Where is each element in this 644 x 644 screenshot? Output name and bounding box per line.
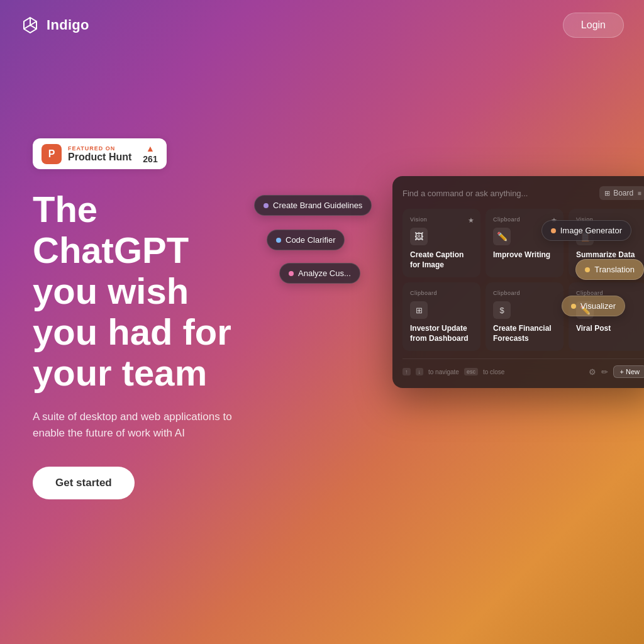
header: Indigo Login: [0, 0, 644, 50]
chip-analyze-customer[interactable]: Analyze Cus...: [279, 263, 360, 284]
card-icon-grid: ⊞: [410, 301, 428, 319]
ph-featured-label: FEATURED ON: [68, 145, 131, 152]
logo: Indigo: [20, 15, 89, 35]
card-create-caption[interactable]: Vision 🖼 Create Caption for Image ★: [402, 209, 480, 277]
chip-dot: [551, 228, 556, 233]
board-menu-icon: ≡: [638, 190, 641, 197]
settings-icon[interactable]: ⚙: [589, 367, 596, 377]
login-button[interactable]: Login: [563, 13, 624, 38]
ph-count: 261: [143, 154, 157, 164]
card-viral-post[interactable]: Clipboard ✏️ Viral Post: [569, 282, 644, 351]
chip-visualizer[interactable]: Visualizer: [562, 296, 625, 316]
card-financial-forecasts[interactable]: Clipboard $ Create Financial Forecasts: [486, 282, 564, 351]
up-key: ↑: [402, 368, 411, 375]
palette-board[interactable]: ⊞ Board ≡: [599, 186, 644, 200]
get-started-button[interactable]: Get started: [33, 467, 135, 499]
chip-dot: [585, 267, 590, 272]
esc-key: esc: [464, 368, 478, 375]
ph-text: FEATURED ON Product Hunt: [68, 145, 131, 163]
palette-header: Find a command or ask anything... ⊞ Boar…: [402, 186, 644, 200]
ph-arrow-icon: ▲: [146, 143, 155, 153]
edit-icon[interactable]: ✏: [601, 367, 608, 377]
card-icon-image: 🖼: [410, 228, 428, 245]
chip-image-generator[interactable]: Image Generator: [541, 220, 631, 241]
chip-dot: [289, 271, 294, 276]
left-content: P FEATURED ON Product Hunt ▲ 261 The Cha…: [33, 138, 272, 499]
chip-code-clarifier[interactable]: Code Clarifier: [267, 230, 345, 250]
chip-create-brand[interactable]: Create Brand Guidelines: [254, 195, 372, 216]
logo-icon: [20, 15, 40, 35]
palette-search[interactable]: Find a command or ask anything...: [402, 189, 528, 198]
palette-footer: ↑ ↓ to navigate esc to close ⚙ ✏ + New: [402, 358, 644, 378]
hero-title: The ChatGPT you wish you had for your te…: [33, 189, 272, 394]
nav-hint: ↑ ↓ to navigate esc to close: [402, 368, 504, 375]
star-icon: ★: [468, 216, 474, 225]
down-key: ↓: [416, 368, 424, 375]
new-button[interactable]: + New: [613, 365, 645, 378]
hero-subtitle: A suite of desktop and web applications …: [33, 409, 234, 442]
logo-text: Indigo: [47, 17, 89, 33]
chip-translation[interactable]: Translation: [575, 259, 644, 280]
card-investor-update[interactable]: Clipboard ⊞ Investor Update from Dashboa…: [402, 282, 480, 351]
producthunt-icon: P: [42, 144, 62, 164]
card-icon-dollar: $: [493, 301, 511, 319]
ph-votes: ▲ 261: [143, 143, 157, 164]
card-icon-pencil: ✏️: [493, 228, 511, 245]
card-improve-writing[interactable]: Clipboard ✏️ Improve Writing ★: [486, 209, 564, 277]
ui-mockup: Create Brand Guidelines Code Clarifier A…: [254, 170, 631, 447]
command-palette: Find a command or ask anything... ⊞ Boar…: [392, 176, 644, 388]
footer-actions: ⚙ ✏ + New: [589, 365, 645, 378]
chip-dot: [571, 304, 576, 309]
ph-name: Product Hunt: [68, 152, 131, 163]
product-hunt-badge[interactable]: P FEATURED ON Product Hunt ▲ 261: [33, 138, 167, 169]
board-icon: ⊞: [604, 189, 610, 197]
chip-dot: [276, 238, 281, 243]
